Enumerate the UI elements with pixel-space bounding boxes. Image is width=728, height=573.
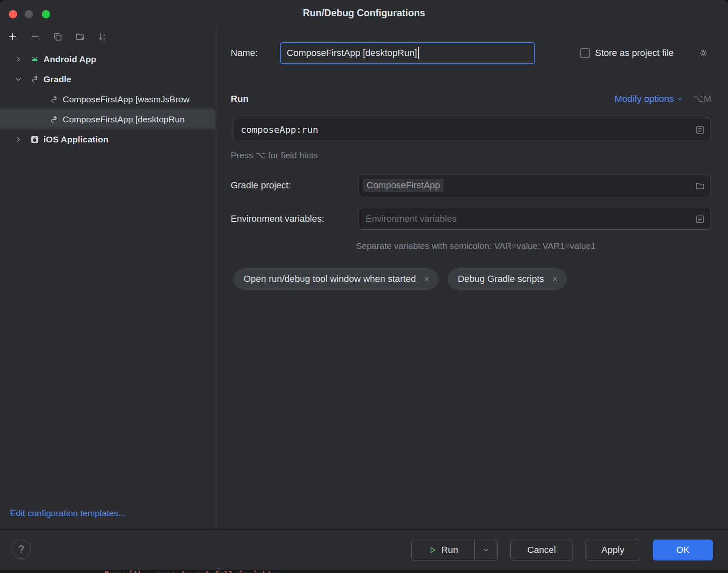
- name-input[interactable]: ComposeFirstApp [desktopRun]: [280, 42, 535, 64]
- ok-button[interactable]: OK: [653, 540, 713, 560]
- folder-icon[interactable]: [695, 181, 705, 191]
- expand-field-icon[interactable]: [695, 214, 705, 224]
- terminal-text-red: Run with: [104, 570, 148, 573]
- environment-variables-hint: Separate variables with semicolon: VAR=v…: [356, 241, 596, 251]
- android-icon: [30, 55, 39, 64]
- cancel-button-label: Cancel: [527, 545, 556, 555]
- run-section-title: Run: [231, 94, 249, 104]
- apply-button[interactable]: Apply: [585, 540, 640, 560]
- modify-options-link[interactable]: Modify options: [614, 94, 684, 104]
- chevron-down-icon: [482, 546, 490, 554]
- gradle-project-value: ComposeFirstApp: [363, 179, 443, 192]
- play-icon: [428, 545, 437, 555]
- modify-options-row: Modify options ⌥M: [614, 94, 711, 104]
- help-label: ?: [18, 543, 24, 555]
- remove-configuration-icon[interactable]: [30, 32, 40, 42]
- tree-item-label: ComposeFirstApp [wasmJsBrow: [63, 94, 189, 104]
- ok-button-label: OK: [676, 545, 690, 555]
- chevron-down-icon: [676, 95, 684, 103]
- modify-options-label: Modify options: [614, 94, 674, 104]
- gradle-project-label: Gradle project:: [231, 180, 291, 191]
- gradle-icon: [49, 95, 59, 104]
- field-hints-text: Press ⌥ for field hints: [231, 150, 318, 160]
- configurations-tree: Android App Gradle ComposeFirstApp [wasm…: [0, 49, 216, 150]
- terminal-text-teal: --scan: [148, 570, 176, 573]
- tree-item-composefirstapp-desktoprun[interactable]: ComposeFirstApp [desktopRun: [0, 109, 216, 129]
- option-chips: Open run/debug tool window when started …: [234, 268, 567, 290]
- tree-item-label: Gradle: [43, 74, 71, 84]
- tree-item-label: ComposeFirstApp [desktopRun: [63, 114, 185, 124]
- edit-configuration-templates-link[interactable]: Edit configuration templates...: [10, 508, 126, 518]
- ios-icon: [30, 135, 39, 144]
- run-button-label: Run: [441, 545, 458, 555]
- text-caret: [418, 47, 419, 59]
- tree-item-label: Android App: [43, 54, 96, 64]
- gradle-project-field[interactable]: ComposeFirstApp: [359, 175, 710, 196]
- gradle-icon: [30, 75, 39, 84]
- apply-button-label: Apply: [601, 545, 624, 555]
- name-label: Name:: [231, 48, 258, 58]
- svg-text:a: a: [103, 33, 105, 37]
- tree-item-label: iOS Application: [43, 134, 109, 145]
- tree-item-gradle[interactable]: Gradle: [0, 69, 216, 89]
- sort-alphabetically-icon[interactable]: az: [98, 32, 108, 42]
- chevron-right-icon[interactable]: [14, 135, 23, 144]
- close-icon[interactable]: [423, 275, 431, 283]
- background-terminal: Run with --scan to get full insights.: [0, 570, 728, 573]
- chip-label: Debug Gradle scripts: [458, 274, 544, 284]
- run-button[interactable]: Run: [412, 540, 474, 560]
- help-button[interactable]: ?: [12, 540, 31, 559]
- run-debug-configurations-dialog: Run/Debug Configurations az: [0, 0, 728, 570]
- svg-text:z: z: [103, 37, 105, 41]
- run-command-field[interactable]: composeApp:run: [234, 119, 710, 140]
- environment-variables-field[interactable]: Environment variables: [359, 208, 710, 230]
- copy-configuration-icon[interactable]: [53, 32, 63, 42]
- tree-item-composefirstapp-wasmjs[interactable]: ComposeFirstApp [wasmJsBrow: [0, 89, 216, 109]
- configurations-sidebar: az Android App Gradle: [0, 26, 216, 529]
- add-configuration-icon[interactable]: [8, 32, 18, 42]
- chevron-right-icon[interactable]: [14, 55, 23, 63]
- environment-variables-placeholder: Environment variables: [359, 213, 457, 224]
- dialog-footer: ? Run Cancel Apply OK: [0, 529, 728, 570]
- store-as-project-file-checkbox[interactable]: [580, 48, 590, 58]
- window-title: Run/Debug Configurations: [0, 0, 728, 26]
- titlebar: Run/Debug Configurations: [0, 0, 728, 26]
- chip-debug-gradle-scripts[interactable]: Debug Gradle scripts: [448, 268, 567, 290]
- footer-buttons: Run Cancel Apply OK: [411, 540, 713, 560]
- close-icon[interactable]: [551, 275, 559, 283]
- sidebar-toolbar: az: [8, 32, 108, 42]
- configuration-form: Name: ComposeFirstApp [desktopRun] Store…: [216, 26, 728, 529]
- chip-open-run-debug-tool-window[interactable]: Open run/debug tool window when started: [234, 268, 438, 290]
- run-command-value: composeApp:run: [234, 124, 318, 135]
- tree-item-ios-application[interactable]: iOS Application: [0, 129, 216, 150]
- tree-item-android-app[interactable]: Android App: [0, 49, 216, 69]
- gradle-icon: [49, 115, 59, 124]
- environment-variables-label: Environment variables:: [231, 213, 324, 224]
- run-split-button[interactable]: Run: [411, 540, 498, 560]
- cancel-button[interactable]: Cancel: [510, 540, 573, 560]
- new-folder-icon[interactable]: [75, 32, 85, 42]
- modify-options-shortcut: ⌥M: [693, 94, 711, 104]
- name-input-value: ComposeFirstApp [desktopRun]: [287, 48, 417, 58]
- store-as-project-file-label: Store as project file: [595, 48, 674, 58]
- gear-icon[interactable]: [698, 48, 709, 58]
- chip-label: Open run/debug tool window when started: [244, 274, 416, 284]
- terminal-text-red2: to get full insights.: [176, 570, 282, 573]
- terminal-line: Run with --scan to get full insights.: [104, 570, 281, 573]
- run-dropdown-button[interactable]: [475, 540, 497, 560]
- expand-field-icon[interactable]: [695, 125, 705, 135]
- chevron-down-icon[interactable]: [14, 75, 23, 84]
